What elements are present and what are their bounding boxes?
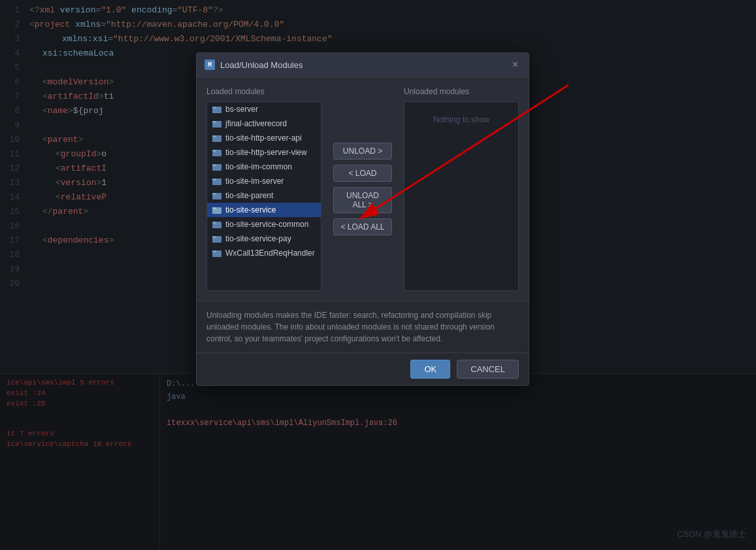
- unloaded-modules-list[interactable]: Nothing to show: [404, 101, 519, 291]
- dialog-actions: OK CANCEL: [197, 352, 529, 385]
- module-item-service-common[interactable]: tio-site-service-common: [207, 217, 321, 232]
- cancel-button[interactable]: CANCEL: [457, 360, 519, 379]
- module-folder-icon: [212, 205, 222, 215]
- svg-rect-13: [212, 193, 216, 195]
- nothing-to-show: Nothing to show: [404, 102, 518, 124]
- svg-rect-19: [212, 236, 216, 238]
- unloaded-header: Unloaded modules: [404, 87, 519, 96]
- module-item-im-server[interactable]: tio-site-im-server: [207, 174, 321, 188]
- svg-rect-5: [212, 135, 216, 137]
- svg-rect-9: [212, 164, 216, 166]
- dialog-close-button[interactable]: ×: [510, 58, 521, 71]
- module-item-service[interactable]: tio-site-service: [207, 203, 321, 217]
- svg-rect-3: [212, 121, 216, 123]
- svg-rect-11: [212, 179, 216, 180]
- unloaded-modules-panel: Unloaded modules Nothing to show: [404, 87, 519, 291]
- loaded-modules-list[interactable]: bs-server jfinal-activerecord tio-site-h…: [206, 101, 321, 291]
- module-folder-icon: [212, 148, 222, 157]
- loaded-modules-panel: Loaded modules bs-server jfinal-activere…: [206, 87, 321, 291]
- module-folder-icon: [212, 234, 222, 243]
- module-folder-icon: [212, 249, 222, 258]
- loaded-header: Loaded modules: [206, 87, 321, 96]
- dialog-titlebar: M Load/Unload Modules ×: [197, 53, 529, 77]
- module-folder-icon: [212, 133, 222, 143]
- module-item-jfinal[interactable]: jfinal-activerecord: [207, 116, 321, 131]
- module-folder-icon: [212, 220, 222, 229]
- dialog-body: Loaded modules bs-server jfinal-activere…: [197, 77, 529, 301]
- svg-rect-15: [212, 207, 216, 209]
- module-folder-icon: [212, 177, 222, 186]
- module-item-bs-server[interactable]: bs-server: [207, 102, 321, 116]
- unload-all-button[interactable]: UNLOAD ALL >: [333, 187, 392, 213]
- ok-button[interactable]: OK: [410, 360, 450, 379]
- module-item-http-view[interactable]: tio-site-http-server-view: [207, 145, 321, 160]
- action-buttons-panel: UNLOAD > < LOAD UNLOAD ALL > < LOAD ALL: [328, 87, 397, 291]
- module-item-im-common[interactable]: tio-site-im-common: [207, 160, 321, 174]
- module-item-wxcall[interactable]: WxCall13EndReqHandler: [207, 246, 321, 260]
- svg-rect-7: [212, 150, 216, 152]
- module-item-service-pay[interactable]: tio-site-service-pay: [207, 232, 321, 246]
- module-item-parent[interactable]: tio-site-parent: [207, 188, 321, 203]
- svg-rect-17: [212, 222, 216, 224]
- modules-area: Loaded modules bs-server jfinal-activere…: [206, 87, 519, 291]
- module-folder-icon: [212, 119, 222, 128]
- dialog-icon: M: [205, 60, 215, 70]
- dialog-title: Load/Unload Modules: [220, 60, 303, 70]
- module-folder-icon: [212, 105, 222, 114]
- dialog-title-left: M Load/Unload Modules: [205, 60, 303, 70]
- load-all-button[interactable]: < LOAD ALL: [333, 218, 392, 235]
- dialog-footer-note: Unloading modules makes the IDE faster: …: [197, 301, 529, 352]
- load-unload-dialog: M Load/Unload Modules × Loaded modules b…: [196, 52, 529, 386]
- load-button[interactable]: < LOAD: [333, 165, 392, 182]
- unload-button[interactable]: UNLOAD >: [333, 143, 392, 160]
- module-folder-icon: [212, 162, 222, 171]
- svg-rect-21: [212, 250, 216, 252]
- module-item-http-api[interactable]: tio-site-http-server-api: [207, 131, 321, 145]
- svg-rect-1: [212, 107, 216, 109]
- module-folder-icon: [212, 191, 222, 200]
